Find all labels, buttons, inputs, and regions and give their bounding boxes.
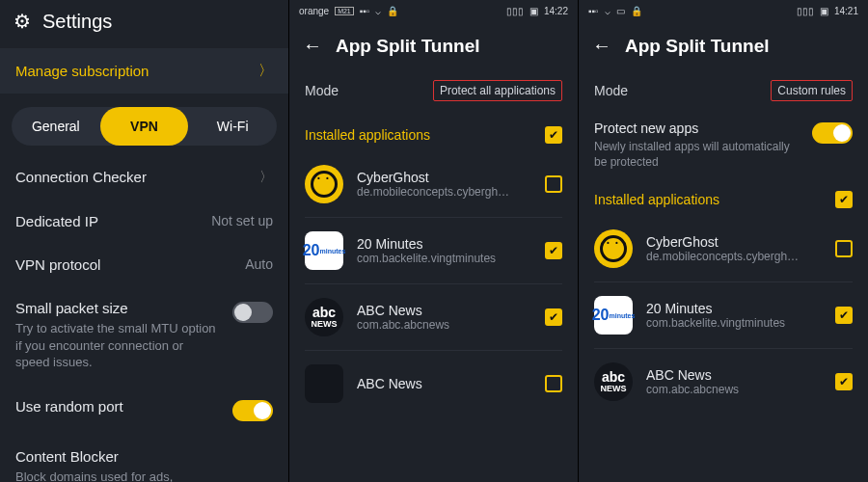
- wifi-icon: ⌵: [605, 6, 610, 16]
- random-port-label: Use random port: [15, 398, 123, 415]
- vpn-protocol-row[interactable]: VPN protocol Auto: [15, 243, 273, 286]
- gear-icon: ⚙: [14, 10, 31, 33]
- app-checkbox[interactable]: [545, 175, 562, 193]
- cyberghost-icon: [594, 229, 633, 268]
- protect-new-apps-row: Protect new apps Newly installed apps wi…: [579, 111, 868, 175]
- chevron-right-icon: 〉: [258, 62, 273, 80]
- mode-row[interactable]: Mode Protect all applications: [289, 67, 578, 111]
- app-package: com.backelite.vingtminutes: [357, 252, 521, 265]
- page-title: App Split Tunnel: [625, 36, 770, 57]
- manage-subscription-label: Manage subscription: [15, 63, 149, 79]
- vpn-protocol-label: VPN protocol: [15, 256, 100, 273]
- app-checkbox[interactable]: [545, 375, 562, 392]
- app-row[interactable]: abcNEWS ABC News com.abc.abcnews: [594, 349, 853, 415]
- abc-news-icon: abcNEWS: [594, 362, 633, 401]
- mode-label: Mode: [594, 83, 628, 98]
- vibrate-icon: ▯▯▯: [506, 6, 524, 16]
- dedicated-ip-label: Dedicated IP: [15, 213, 98, 229]
- app-package: de.mobileconcepts.cybergh…: [646, 250, 810, 263]
- abc-news-icon: abcNEWS: [305, 298, 343, 336]
- app-bar: ← App Split Tunnel: [289, 21, 578, 67]
- clock-label: 14:21: [834, 6, 858, 16]
- app-name: ABC News: [357, 303, 531, 318]
- 20minutes-icon: 20minutes: [305, 231, 343, 270]
- select-all-checkbox[interactable]: [545, 126, 562, 144]
- dedicated-ip-value: Not set up: [211, 213, 273, 228]
- mode-label: Mode: [305, 83, 339, 98]
- app-list: CyberGhost de.mobileconcepts.cybergh… 20…: [579, 216, 868, 415]
- installed-apps-header: Installed applications: [289, 111, 578, 151]
- back-icon[interactable]: ←: [592, 35, 611, 57]
- split-tunnel-pane-custom: ▪▪▫ ⌵ ▭ 🔒 ▯▯▯ ▣ 14:21 ← App Split Tunnel…: [579, 0, 868, 482]
- vpn-settings-list: Connection Checker 〉 Dedicated IP Not se…: [0, 155, 288, 482]
- app-name: 20 Minutes: [646, 301, 822, 316]
- tab-general[interactable]: General: [12, 107, 100, 146]
- dedicated-ip-row[interactable]: Dedicated IP Not set up: [15, 200, 273, 243]
- app-package: com.abc.abcnews: [646, 383, 810, 396]
- app-bar: ← App Split Tunnel: [579, 21, 868, 67]
- app-checkbox[interactable]: [835, 307, 853, 324]
- lte-icon: M21: [335, 7, 354, 15]
- back-icon[interactable]: ←: [303, 35, 322, 57]
- small-packet-desc: Try to activate the small MTU option if …: [15, 320, 218, 371]
- lock-icon: 🔒: [387, 6, 398, 16]
- app-checkbox[interactable]: [545, 308, 562, 326]
- protect-new-apps-label: Protect new apps: [594, 120, 797, 136]
- protect-new-apps-toggle[interactable]: [812, 122, 853, 144]
- signal-icon: ▪▪▫: [588, 6, 599, 16]
- cyberghost-icon: [305, 165, 343, 203]
- app-name: ABC News: [646, 367, 822, 383]
- random-port-row: Use random port: [15, 385, 273, 435]
- app-row[interactable]: abcNEWS ABC News com.abc.abcnews: [305, 284, 562, 351]
- settings-header: ⚙ Settings: [0, 0, 288, 42]
- status-bar: ▪▪▫ ⌵ ▭ 🔒 ▯▯▯ ▣ 14:21: [579, 0, 868, 21]
- page-title: App Split Tunnel: [336, 36, 480, 57]
- battery-icon: ▣: [529, 6, 538, 16]
- mode-value: Custom rules: [771, 80, 853, 101]
- 20minutes-icon: 20minutes: [594, 296, 633, 335]
- content-blocker-row: Content Blocker Block domains used for a…: [15, 435, 273, 482]
- app-checkbox[interactable]: [835, 373, 853, 390]
- lock-icon: 🔒: [631, 6, 642, 16]
- app-checkbox[interactable]: [835, 240, 853, 257]
- content-blocker-desc: Block domains used for ads,: [15, 469, 173, 482]
- wifi-icon: ⌵: [375, 6, 381, 16]
- app-list: CyberGhost de.mobileconcepts.cybergh… 20…: [289, 151, 578, 416]
- app-row[interactable]: ABC News: [305, 351, 562, 416]
- mode-value: Protect all applications: [433, 80, 562, 101]
- random-port-toggle[interactable]: [232, 400, 273, 421]
- vibrate-icon: ▯▯▯: [797, 6, 814, 16]
- app-row[interactable]: 20minutes 20 Minutes com.backelite.vingt…: [594, 282, 853, 349]
- app-package: com.abc.abcnews: [357, 318, 521, 332]
- select-all-checkbox[interactable]: [835, 191, 853, 208]
- mode-row[interactable]: Mode Custom rules: [579, 67, 868, 111]
- installed-apps-header: Installed applications: [579, 175, 868, 216]
- connection-checker-row[interactable]: Connection Checker 〉: [15, 155, 273, 200]
- app-package: de.mobileconcepts.cybergh…: [357, 185, 521, 199]
- tab-wifi[interactable]: Wi-Fi: [188, 107, 277, 146]
- app-checkbox[interactable]: [545, 242, 562, 259]
- manage-subscription-row[interactable]: Manage subscription 〉: [0, 48, 288, 94]
- app-package: com.backelite.vingtminutes: [646, 316, 810, 330]
- split-tunnel-pane-protect-all: orange M21 ▪▪▫ ⌵ 🔒 ▯▯▯ ▣ 14:22 ← App Spl…: [289, 0, 579, 482]
- installed-apps-label: Installed applications: [305, 127, 430, 143]
- settings-tabs: General VPN Wi-Fi: [12, 107, 277, 146]
- carrier-label: orange: [299, 6, 329, 16]
- small-packet-row: Small packet size Try to activate the sm…: [15, 286, 273, 385]
- installed-apps-label: Installed applications: [594, 192, 719, 207]
- clock-label: 14:22: [544, 6, 568, 16]
- app-row[interactable]: CyberGhost de.mobileconcepts.cybergh…: [305, 151, 562, 218]
- small-packet-toggle[interactable]: [232, 302, 273, 323]
- status-bar: orange M21 ▪▪▫ ⌵ 🔒 ▯▯▯ ▣ 14:22: [289, 0, 578, 21]
- small-packet-label: Small packet size: [15, 300, 218, 316]
- battery-icon: ▣: [820, 6, 828, 16]
- app-row[interactable]: CyberGhost de.mobileconcepts.cybergh…: [594, 216, 853, 282]
- tab-vpn[interactable]: VPN: [100, 107, 189, 146]
- signal-icon: ▪▪▫: [360, 6, 370, 16]
- app-row[interactable]: 20minutes 20 Minutes com.backelite.vingt…: [305, 218, 562, 284]
- app-icon: [305, 364, 343, 403]
- vpn-protocol-value: Auto: [245, 256, 273, 272]
- settings-title: Settings: [42, 11, 112, 33]
- app-name: CyberGhost: [357, 170, 531, 185]
- cast-icon: ▭: [616, 6, 625, 16]
